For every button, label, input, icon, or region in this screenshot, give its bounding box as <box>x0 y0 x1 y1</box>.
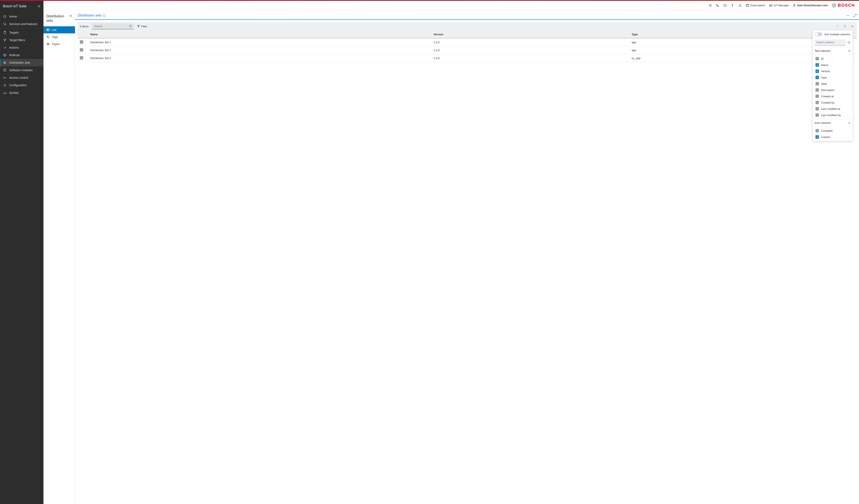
search-icon <box>129 25 132 28</box>
checkbox[interactable] <box>816 129 819 132</box>
key-icon <box>3 76 7 79</box>
nav-target-filters[interactable]: Target filters <box>0 36 43 44</box>
nav-home[interactable]: Home <box>0 13 43 20</box>
add-button[interactable] <box>850 24 855 28</box>
row-selector[interactable] <box>80 40 83 44</box>
nav-configuration[interactable]: Configuration <box>0 81 43 89</box>
cell-name: Distribution Set 1 <box>88 38 431 46</box>
svg-point-13 <box>47 36 48 37</box>
subscription-link[interactable]: Subscription <box>746 4 765 7</box>
nav-access-control[interactable]: Access control <box>0 74 43 81</box>
edit-button[interactable] <box>835 24 839 28</box>
nav-distribution-sets[interactable]: Distribution sets <box>0 59 43 66</box>
column-name[interactable]: Name <box>88 31 431 38</box>
home-icon <box>3 15 7 18</box>
minimize-button[interactable] <box>846 14 849 17</box>
nav-targets[interactable]: Targets <box>0 29 43 36</box>
column-toggle-description[interactable]: Description <box>813 87 853 93</box>
subnav-tags[interactable]: Tags <box>43 33 75 41</box>
checkbox[interactable] <box>816 70 819 73</box>
column-type[interactable]: Type <box>629 31 815 38</box>
settings-button[interactable] <box>843 24 847 28</box>
filter-icon <box>3 38 7 42</box>
nav-software-modules[interactable]: Software modules <box>0 66 43 74</box>
subpanel-title: Distribution sets <box>46 14 70 23</box>
book-icon[interactable] <box>723 3 727 7</box>
checkbox[interactable] <box>816 135 819 139</box>
table-row[interactable]: Distribution Set 3 1.0.0 os_app <box>77 54 857 62</box>
column-toggle-valid[interactable]: Valid <box>813 80 853 87</box>
types-icon <box>46 42 50 46</box>
nav-actions[interactable]: Actions <box>0 44 43 51</box>
cell-type: os_app <box>629 54 815 62</box>
column-toggle-version[interactable]: Version <box>813 68 853 74</box>
bell-icon[interactable] <box>738 3 742 7</box>
column-version[interactable]: Version <box>431 31 629 38</box>
column-toggle-last-modified-by[interactable]: Last modified by <box>813 112 853 118</box>
nav-quotas[interactable]: Quotas <box>0 89 43 96</box>
icon-columns-section[interactable]: Icon columns <box>813 119 853 127</box>
column-toggle-type[interactable]: Type <box>813 74 853 80</box>
reset-columns-icon[interactable] <box>847 40 850 46</box>
cell-version: 1.0.0 <box>431 38 629 46</box>
clipboard-icon <box>3 31 7 34</box>
svg-point-10 <box>3 77 5 78</box>
sidebar-collapse-button[interactable] <box>37 5 41 8</box>
nav-rollouts[interactable]: Rollouts <box>0 51 43 59</box>
checkbox[interactable] <box>816 113 819 117</box>
table-row[interactable]: Distribution Set 1 1.0.0 app <box>77 38 857 46</box>
sort-multiple-toggle[interactable] <box>815 32 822 36</box>
column-toggle-id[interactable]: ID <box>813 56 853 62</box>
cell-version: 1.0.0 <box>431 54 629 62</box>
cell-type: app <box>629 46 815 54</box>
subnav-types[interactable]: Types <box>43 41 75 48</box>
app-title: Bosch IoT Suite <box>3 4 27 8</box>
cell-version: 1.0.0 <box>431 46 629 54</box>
bosch-logo: BOSCH <box>832 3 855 8</box>
search-icon <box>3 22 7 26</box>
subpanel-close-button[interactable] <box>70 15 72 17</box>
column-toggle-name[interactable]: Name <box>813 62 853 68</box>
search-input[interactable] <box>92 23 134 29</box>
phone-icon[interactable] <box>716 3 720 7</box>
legal-icon[interactable] <box>731 3 735 7</box>
checkbox[interactable] <box>816 57 819 60</box>
checkbox[interactable] <box>816 88 819 92</box>
column-toggle-complete[interactable]: Complete <box>813 127 853 134</box>
share-icon[interactable] <box>708 3 712 7</box>
checkbox[interactable] <box>816 95 819 98</box>
item-count: 3 items <box>80 25 89 28</box>
table-row[interactable]: Distribution Set 2 1.0.0 app <box>77 46 857 54</box>
column-toggle-last-modified-at[interactable]: Last modified at <box>813 106 853 112</box>
nav-services[interactable]: Services and features <box>0 20 43 28</box>
column-toggle-created-at[interactable]: Created at <box>813 93 853 100</box>
svg-point-11 <box>4 85 5 86</box>
distribution-sets-table: Name Version Type Distribution Set 1 1.0… <box>77 31 857 62</box>
cell-name: Distribution Set 2 <box>88 46 431 54</box>
list-icon <box>46 28 50 32</box>
cell-type: app <box>629 38 815 46</box>
row-selector[interactable] <box>80 48 83 51</box>
text-columns-section[interactable]: Text columns <box>813 47 853 55</box>
checkbox[interactable] <box>816 107 819 110</box>
checkbox[interactable] <box>816 82 819 86</box>
svg-point-2 <box>710 6 711 7</box>
svg-rect-12 <box>47 29 49 31</box>
user-menu[interactable]: John.Doe@domain.com <box>793 4 828 7</box>
filter-button[interactable]: Filter <box>137 25 147 28</box>
row-selector[interactable] <box>80 56 83 60</box>
checkbox[interactable] <box>816 76 819 79</box>
cell-name: Distribution Set 3 <box>88 54 431 62</box>
column-search-input[interactable] <box>815 40 846 46</box>
info-icon[interactable] <box>103 14 106 17</box>
column-toggle-locked[interactable]: Locked <box>813 134 853 140</box>
svg-point-16 <box>130 25 131 27</box>
checkbox[interactable] <box>816 63 819 66</box>
expand-button[interactable] <box>854 14 857 17</box>
subnav-list[interactable]: List <box>43 26 75 33</box>
svg-rect-9 <box>4 70 6 71</box>
column-toggle-created-by[interactable]: Created by <box>813 100 853 106</box>
svg-point-0 <box>709 5 710 6</box>
iot-manager-link[interactable]: IoT Manager <box>769 4 789 7</box>
checkbox[interactable] <box>816 101 819 104</box>
